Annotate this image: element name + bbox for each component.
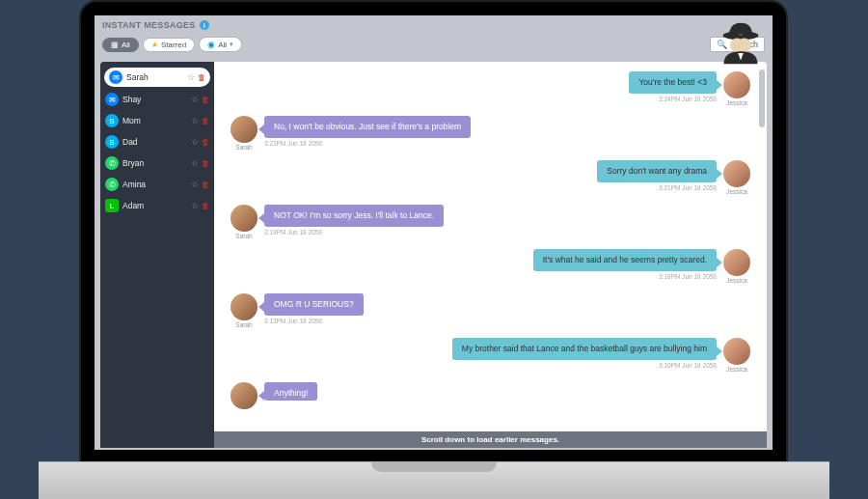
message-row: My brother said that Lance and the baske… xyxy=(228,338,753,373)
trash-icon[interactable]: 🗑 xyxy=(198,73,205,82)
message-time: 3:10PM Jun 18 2058 xyxy=(659,362,717,369)
message-text: OMG R U SERIOUS? xyxy=(274,299,354,309)
load-more-bar[interactable]: Scroll down to load earlier messages. xyxy=(214,431,767,448)
sender-name: Jessica xyxy=(726,366,747,373)
filter-starred-button[interactable]: ★ Starred xyxy=(143,38,195,52)
avatar xyxy=(723,338,750,365)
filter-bar: ▦ All ★ Starred ◉ All ▾ 🔍 Search xyxy=(95,35,773,58)
messenger-icon: ✉ xyxy=(109,70,122,84)
globe-icon: ◉ xyxy=(207,40,215,49)
contact-name: Mom xyxy=(122,116,187,125)
skype-icon: S xyxy=(105,114,119,127)
trash-icon[interactable]: 🗑 xyxy=(202,138,209,147)
svg-rect-1 xyxy=(739,34,743,36)
laptop-base xyxy=(39,461,829,499)
trash-icon[interactable]: 🗑 xyxy=(202,202,209,210)
contacts-sidebar: ✉ Sarah ☆ 🗑 ✉ Shay ☆🗑 S Mom ☆🗑 xyxy=(100,62,214,448)
filter-all-label: All xyxy=(122,41,130,49)
content-area: ✉ Sarah ☆ 🗑 ✉ Shay ☆🗑 S Mom ☆🗑 xyxy=(95,58,773,448)
message-bubble: Sorry don't want any drama xyxy=(597,160,717,182)
message-text: Sorry don't want any drama xyxy=(607,166,707,176)
avatar xyxy=(723,249,750,276)
trash-icon[interactable]: 🗑 xyxy=(202,180,209,189)
star-icon: ★ xyxy=(151,41,158,49)
contact-name: Dad xyxy=(122,137,187,147)
trash-icon[interactable]: 🗑 xyxy=(202,159,209,168)
avatar xyxy=(723,71,750,98)
message-time: 3:13PM Jun 18 2058 xyxy=(264,318,322,324)
message-time: 3:19PM Jun 18 2058 xyxy=(264,229,322,236)
filter-scope-dropdown[interactable]: ◉ All ▾ xyxy=(199,37,242,52)
contact-name: Shay xyxy=(122,95,187,104)
star-icon[interactable]: ☆ xyxy=(191,116,199,125)
contact-adam[interactable]: L Adam ☆🗑 xyxy=(100,195,214,216)
star-icon[interactable]: ☆ xyxy=(191,201,199,210)
star-icon[interactable]: ☆ xyxy=(191,158,199,168)
laptop-notch xyxy=(371,462,497,472)
message-bubble: No, I won't be obvious. Just see if ther… xyxy=(264,116,471,138)
star-icon[interactable]: ☆ xyxy=(191,137,199,147)
avatar xyxy=(723,160,750,187)
message-row: It's what he said and he seems pretty sc… xyxy=(228,249,753,284)
message-text: No, I won't be obvious. Just see if ther… xyxy=(274,122,461,131)
avatar xyxy=(231,116,258,143)
message-row: Anything! xyxy=(228,382,753,409)
contact-name: Sarah xyxy=(126,72,183,82)
sender-name: Sarah xyxy=(235,144,252,151)
message-row: Sarah No, I won't be obvious. Just see i… xyxy=(228,116,753,151)
filter-starred-label: Starred xyxy=(161,41,186,49)
star-icon[interactable]: ☆ xyxy=(191,180,199,189)
contact-actions: ☆ 🗑 xyxy=(187,72,205,82)
sender-name: Sarah xyxy=(235,321,252,328)
line-icon: L xyxy=(105,199,119,212)
filter-scope-label: All xyxy=(218,41,227,49)
info-icon[interactable]: i xyxy=(200,20,209,30)
message-row: Sorry don't want any drama 3:21PM Jun 18… xyxy=(228,160,753,195)
message-time: 3:18PM Jun 18 2058 xyxy=(659,273,717,280)
app-logo-spy-icon xyxy=(719,21,763,66)
contact-name: Amina xyxy=(122,180,187,189)
sender-name: Jessica xyxy=(726,99,747,106)
message-row: Sarah OMG R U SERIOUS? 3:13PM Jun 18 205… xyxy=(228,293,753,328)
message-bubble: My brother said that Lance and the baske… xyxy=(452,338,717,360)
header-bar: INSTANT MESSAGES i xyxy=(95,15,773,35)
whatsapp-icon: ✆ xyxy=(105,178,119,191)
sender-name: Sarah xyxy=(235,233,252,239)
filter-all-button[interactable]: ▦ All xyxy=(102,38,139,52)
chat-panel: You're the best! <3 3:24PM Jun 18 2058 J… xyxy=(214,62,767,448)
contact-dad[interactable]: S Dad ☆🗑 xyxy=(100,131,214,152)
contact-shay[interactable]: ✉ Shay ☆🗑 xyxy=(100,89,214,110)
sender-name: Jessica xyxy=(726,188,747,195)
star-icon[interactable]: ☆ xyxy=(191,95,199,104)
message-bubble: You're the best! <3 xyxy=(629,71,717,94)
message-time: 3:21PM Jun 18 2058 xyxy=(659,184,717,191)
laptop-frame: INSTANT MESSAGES i ▦ All ★ Starred ◉ All… xyxy=(79,0,788,465)
message-text: It's what he said and he seems pretty sc… xyxy=(543,255,707,264)
skype-icon: S xyxy=(105,135,119,149)
message-text: You're the best! <3 xyxy=(638,77,707,87)
trash-icon[interactable]: 🗑 xyxy=(202,117,209,125)
message-time: 3:23PM Jun 18 2058 xyxy=(264,140,322,147)
messenger-icon: ✉ xyxy=(105,93,119,106)
contact-mom[interactable]: S Mom ☆🗑 xyxy=(100,110,214,131)
contact-bryan[interactable]: ✆ Bryan ☆🗑 xyxy=(100,152,214,174)
message-bubble: Anything! xyxy=(264,382,317,401)
whatsapp-icon: ✆ xyxy=(105,156,119,170)
messages-list[interactable]: You're the best! <3 3:24PM Jun 18 2058 J… xyxy=(214,62,767,431)
contact-sarah[interactable]: ✉ Sarah ☆ 🗑 xyxy=(104,68,210,87)
star-icon[interactable]: ☆ xyxy=(187,72,195,82)
message-bubble: OMG R U SERIOUS? xyxy=(264,293,364,316)
scrollbar[interactable] xyxy=(759,69,765,127)
sender-name: Jessica xyxy=(726,277,747,284)
app-screen: INSTANT MESSAGES i ▦ All ★ Starred ◉ All… xyxy=(95,15,773,450)
contact-amina[interactable]: ✆ Amina ☆🗑 xyxy=(100,174,214,195)
message-row: You're the best! <3 3:24PM Jun 18 2058 J… xyxy=(228,71,753,106)
avatar xyxy=(231,205,258,232)
svg-point-3 xyxy=(737,38,751,52)
avatar xyxy=(231,293,258,320)
message-text: My brother said that Lance and the baske… xyxy=(462,344,707,353)
contact-name: Adam xyxy=(122,201,187,210)
trash-icon[interactable]: 🗑 xyxy=(202,96,209,104)
message-text: Anything! xyxy=(274,388,308,398)
contact-name: Bryan xyxy=(122,158,187,168)
